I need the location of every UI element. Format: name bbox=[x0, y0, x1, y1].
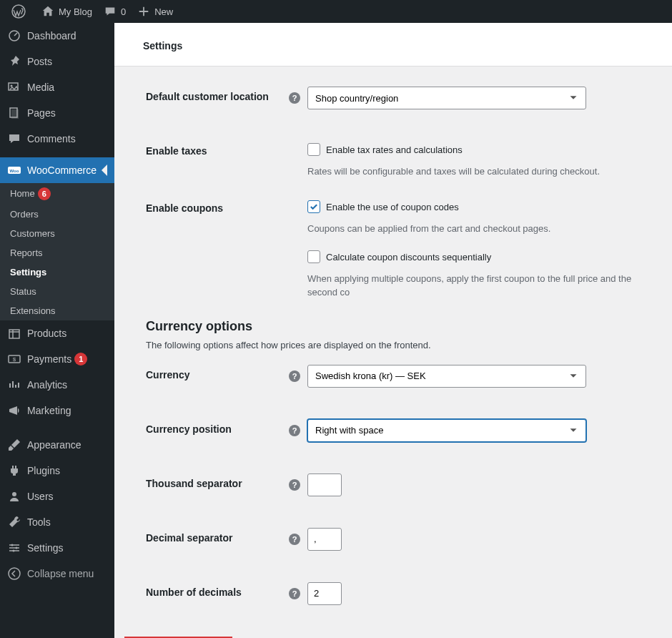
sidebar-item-label: Comments bbox=[27, 133, 76, 144]
submenu-item-home[interactable]: Home6 bbox=[0, 183, 114, 205]
checkbox-label: Enable tax rates and calculations bbox=[326, 144, 463, 155]
label-thousand-separator: Thousand separator bbox=[146, 473, 289, 489]
submenu-item-status[interactable]: Status bbox=[0, 282, 114, 301]
admin-bar: My Blog 0 New bbox=[0, 0, 672, 23]
wp-logo[interactable] bbox=[6, 0, 36, 23]
label-enable-coupons: Enable coupons bbox=[146, 198, 289, 214]
sidebar-item-tools[interactable]: Tools bbox=[0, 509, 114, 535]
media-icon bbox=[7, 80, 21, 94]
svg-point-15 bbox=[9, 568, 20, 579]
sidebar-item-label: Plugins bbox=[27, 465, 60, 476]
sidebar-item-label: Media bbox=[27, 82, 54, 93]
enable-taxes-checkbox[interactable] bbox=[307, 143, 320, 156]
svg-rect-5 bbox=[11, 109, 19, 119]
sliders-icon bbox=[7, 541, 21, 555]
currency-select[interactable]: Swedish krona (kr) — SEK bbox=[307, 365, 586, 388]
sidebar-item-products[interactable]: Products bbox=[0, 320, 114, 346]
svg-point-3 bbox=[11, 85, 13, 87]
sidebar-item-dashboard[interactable]: Dashboard bbox=[0, 23, 114, 49]
sidebar-item-woocommerce[interactable]: Woo WooCommerce bbox=[0, 157, 114, 183]
analytics-icon bbox=[7, 378, 21, 392]
sidebar-item-media[interactable]: Media bbox=[0, 74, 114, 100]
submenu-label: Status bbox=[10, 286, 36, 297]
new-link[interactable]: New bbox=[132, 0, 179, 23]
submenu-item-settings[interactable]: Settings bbox=[0, 262, 114, 282]
help-icon[interactable]: ? bbox=[289, 370, 300, 382]
sidebar-item-payments[interactable]: $Payments1 bbox=[0, 346, 114, 372]
sidebar-item-users[interactable]: Users bbox=[0, 484, 114, 509]
enable-coupons-checkbox[interactable] bbox=[307, 200, 320, 213]
svg-rect-8 bbox=[9, 330, 19, 338]
help-icon[interactable]: ? bbox=[289, 425, 300, 436]
page-title: Settings bbox=[114, 23, 672, 67]
submenu-label: Settings bbox=[10, 267, 46, 278]
submenu-label: Orders bbox=[10, 209, 39, 220]
sidebar-item-settings[interactable]: Settings bbox=[0, 535, 114, 561]
sidebar-item-label: Appearance bbox=[27, 439, 81, 451]
sequential-discounts-checkbox[interactable] bbox=[307, 250, 320, 263]
svg-point-13 bbox=[16, 547, 18, 549]
thousand-separator-input[interactable] bbox=[307, 473, 342, 496]
currency-options-sub: The following options affect how prices … bbox=[146, 340, 658, 350]
number-decimals-input[interactable] bbox=[307, 582, 342, 605]
sidebar-item-comments[interactable]: Comments bbox=[0, 126, 114, 152]
sidebar-item-label: WooCommerce bbox=[27, 165, 97, 176]
sidebar-item-label: Tools bbox=[27, 516, 51, 528]
svg-text:$: $ bbox=[13, 356, 16, 363]
currency-position-select[interactable]: Right with space bbox=[307, 419, 586, 442]
svg-point-11 bbox=[12, 492, 16, 496]
help-icon[interactable]: ? bbox=[289, 92, 300, 104]
submenu-label: Home bbox=[10, 188, 35, 199]
sidebar-item-plugins[interactable]: Plugins bbox=[0, 458, 114, 484]
help-icon[interactable]: ? bbox=[289, 479, 300, 491]
badge: 6 bbox=[38, 187, 51, 200]
collapse-label: Collapse menu bbox=[27, 568, 94, 579]
sidebar-item-analytics[interactable]: Analytics bbox=[0, 372, 114, 398]
site-link[interactable]: My Blog bbox=[36, 0, 98, 23]
sidebar-item-label: Posts bbox=[27, 56, 52, 67]
submenu-label: Customers bbox=[10, 228, 55, 239]
label-currency: Currency bbox=[146, 365, 289, 381]
marketing-icon bbox=[7, 403, 21, 418]
payments-icon: $ bbox=[7, 352, 21, 366]
enable-taxes-desc: Rates will be configurable and taxes wil… bbox=[307, 165, 658, 178]
sidebar-item-label: Marketing bbox=[27, 405, 71, 416]
chevron-right-icon bbox=[102, 165, 107, 176]
submenu-item-orders[interactable]: Orders bbox=[0, 205, 114, 224]
comments-link[interactable]: 0 bbox=[98, 0, 132, 23]
submenu-label: Reports bbox=[10, 247, 43, 258]
woocommerce-icon: Woo bbox=[7, 163, 21, 177]
wrench-icon bbox=[7, 515, 21, 529]
label-decimal-separator: Decimal separator bbox=[146, 528, 289, 544]
sidebar-item-posts[interactable]: Posts bbox=[0, 49, 114, 74]
submenu-item-reports[interactable]: Reports bbox=[0, 243, 114, 262]
sidebar-item-pages[interactable]: Pages bbox=[0, 100, 114, 126]
dashboard-icon bbox=[7, 29, 21, 43]
decimal-separator-input[interactable] bbox=[307, 528, 342, 551]
svg-point-12 bbox=[11, 544, 14, 546]
comment-icon bbox=[7, 132, 21, 146]
help-icon[interactable]: ? bbox=[289, 588, 300, 599]
submenu-item-customers[interactable]: Customers bbox=[0, 224, 114, 243]
badge: 1 bbox=[74, 353, 87, 365]
collapse-menu[interactable]: Collapse menu bbox=[0, 561, 114, 587]
sidebar-item-label: Dashboard bbox=[27, 30, 76, 41]
coupons-desc1: Coupons can be applied from the cart and… bbox=[307, 222, 658, 235]
new-label: New bbox=[154, 6, 173, 17]
user-icon bbox=[7, 489, 21, 504]
svg-point-14 bbox=[13, 550, 15, 552]
content-area: Settings Default customer location ? Sho… bbox=[114, 23, 672, 638]
submenu-item-extensions[interactable]: Extensions bbox=[0, 301, 114, 320]
checkbox-label: Calculate coupon discounts sequentially bbox=[326, 252, 491, 262]
sidebar-item-appearance[interactable]: Appearance bbox=[0, 432, 114, 458]
products-icon bbox=[7, 326, 21, 340]
help-icon[interactable]: ? bbox=[289, 534, 300, 545]
sidebar-item-marketing[interactable]: Marketing bbox=[0, 398, 114, 423]
sidebar-item-label: Products bbox=[27, 328, 66, 339]
default-location-select[interactable]: Shop country/region bbox=[307, 87, 586, 109]
brush-icon bbox=[7, 438, 21, 452]
admin-sidebar: DashboardPostsMediaPagesComments Woo Woo… bbox=[0, 23, 114, 638]
submenu-label: Extensions bbox=[10, 305, 56, 316]
sidebar-item-label: Users bbox=[27, 491, 54, 502]
currency-options-heading: Currency options bbox=[146, 319, 658, 334]
